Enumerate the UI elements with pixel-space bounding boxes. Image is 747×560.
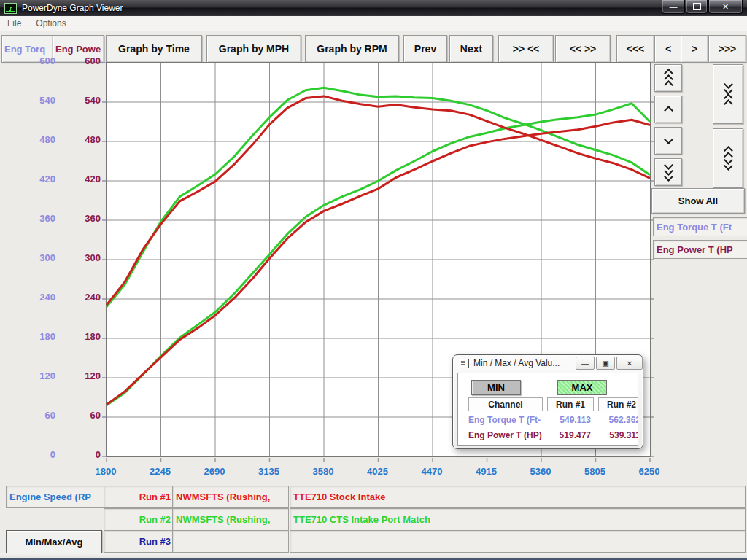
next-button[interactable]: Next [449, 35, 493, 63]
chevrons-inward-icon [725, 83, 732, 105]
ytick-torque: 360 [25, 213, 55, 224]
ytick-torque: 60 [25, 410, 55, 421]
run-description-box: TTE710 Stock Intake [290, 486, 746, 508]
run-file-box [172, 530, 289, 553]
maximize-button[interactable] [686, 0, 708, 14]
xtick-rpm: 3580 [301, 466, 345, 477]
minmax-col-channel: Channel [468, 397, 543, 411]
chevrons-outward-button[interactable] [713, 128, 743, 188]
ytick-torque: 240 [25, 292, 55, 303]
run-label-box: Run #1 [104, 486, 175, 508]
channel-box-power[interactable]: Eng Power T (HP [653, 240, 747, 259]
run-description-box: TTE710 CTS Intake Port Match [290, 508, 746, 531]
ytick-torque: 540 [25, 95, 55, 106]
maximize-icon [693, 3, 701, 10]
xtick-rpm: 6250 [627, 466, 671, 477]
minmax-maximize-button[interactable]: ▣ [596, 357, 615, 370]
minmax-row-channel: Eng Torque T (Ft- [468, 415, 546, 427]
xtick-rpm: 5360 [519, 466, 562, 477]
triple-chevron-up-button[interactable] [654, 64, 682, 92]
minmax-avg-button[interactable]: Min/Max/Avg [6, 530, 102, 554]
minmax-row-channel: Eng Power T (HP) [468, 430, 546, 442]
chevrons-outward-icon [725, 147, 732, 169]
chevron-up-button[interactable] [654, 96, 682, 123]
x-axis-channel-box: Engine Speed (RP [6, 486, 106, 508]
minmax-col-run1: Run #1 [547, 397, 594, 411]
xtick-rpm: 4025 [356, 466, 400, 477]
menu-bar: File Options [0, 16, 747, 31]
xtick-rpm: 2245 [139, 466, 182, 477]
step-right-button[interactable]: > [681, 35, 708, 63]
show-all-button[interactable]: Show All [651, 188, 745, 214]
min-button[interactable]: MIN [471, 380, 521, 395]
minmax-window-icon [460, 359, 469, 368]
ytick-power: 360 [70, 213, 101, 224]
menu-options[interactable]: Options [28, 17, 73, 30]
minmax-avg-window[interactable]: Min / Max / Avg Valu... — ▣ ✕ MIN MAX Ch… [452, 354, 643, 449]
xtick-rpm: 1800 [84, 466, 128, 477]
xtick-rpm: 4915 [465, 466, 508, 477]
minmax-row-run1-value: 519.477 [547, 430, 591, 442]
minimize-button[interactable]: — [662, 0, 685, 14]
ytick-power: 180 [70, 331, 101, 342]
close-button[interactable]: ✕ [708, 0, 743, 14]
pan-inward-button[interactable]: >> << [498, 35, 554, 63]
xtick-rpm: 2690 [193, 466, 236, 477]
ytick-power: 240 [70, 292, 101, 303]
ytick-power: 120 [70, 370, 101, 381]
ytick-power: 60 [70, 410, 101, 421]
powerdyne-window: { "window": { "title": "PowerDyne Graph … [0, 0, 747, 560]
chevron-down-icon [665, 139, 672, 143]
first-button[interactable]: <<< [616, 35, 654, 63]
graph-by-mph-button[interactable]: Graph by MPH [206, 35, 301, 63]
chevron-down-button[interactable] [654, 127, 682, 155]
ytick-torque: 420 [25, 174, 55, 184]
ytick-power: 480 [70, 134, 101, 145]
ytick-power: 540 [70, 95, 101, 106]
ytick-torque: 180 [25, 331, 55, 342]
minmax-row-run2-value: 562.362 [598, 415, 638, 427]
run-label-box: Run #3 [104, 530, 175, 553]
menu-file[interactable]: File [0, 17, 28, 30]
minmax-col-run2: Run #2 [598, 397, 638, 411]
run-file-box: NWMSFTS (Rushing, [172, 486, 289, 508]
window-title: PowerDyne Graph Viewer [22, 3, 123, 13]
minmax-window-title: Min / Max / Avg Valu... [473, 358, 574, 368]
max-button[interactable]: MAX [557, 380, 607, 395]
minmax-body: MIN MAX Channel Run #1 Run #2 Eng Torque… [457, 373, 638, 446]
xtick-rpm: 3135 [247, 466, 291, 477]
pan-outward-button[interactable]: << >> [555, 35, 611, 63]
xtick-rpm: 5805 [573, 466, 617, 477]
triple-chevron-down-icon [665, 164, 672, 180]
app-icon [4, 3, 17, 14]
channel-box-torque[interactable]: Eng Torque T (Ft [653, 217, 747, 236]
prev-button[interactable]: Prev [403, 35, 447, 63]
ytick-torque: 300 [25, 252, 55, 263]
chevron-up-icon [665, 107, 672, 112]
window-bottom-border [0, 553, 747, 560]
last-button[interactable]: >>> [708, 35, 746, 63]
run-label-box: Run #2 [104, 508, 175, 531]
chevrons-inward-button[interactable] [713, 64, 743, 124]
step-left-button[interactable]: < [654, 35, 682, 63]
title-bar: PowerDyne Graph Viewer — ✕ [0, 0, 747, 17]
ytick-torque: 120 [25, 370, 55, 381]
triple-chevron-down-button[interactable] [654, 158, 682, 186]
minmax-row-run2-value: 539.311 [598, 430, 638, 442]
ytick-torque: 600 [25, 55, 55, 66]
graph-by-rpm-button[interactable]: Graph by RPM [305, 35, 399, 63]
ytick-power: 300 [70, 252, 101, 263]
run-file-box: NWMSFTS (Rushing, [172, 508, 289, 531]
minmax-close-button[interactable]: ✕ [616, 357, 643, 370]
graph-by-time-button[interactable]: Graph by Time [106, 35, 202, 63]
triple-chevron-up-icon [665, 70, 672, 86]
ytick-power: 420 [70, 174, 101, 184]
minmax-minimize-button[interactable]: — [576, 357, 595, 370]
minmax-row-run1-value: 549.113 [547, 415, 591, 427]
ytick-torque: 480 [25, 134, 55, 145]
ytick-power: 0 [70, 449, 101, 460]
run-description-box [290, 530, 746, 553]
ytick-power: 600 [70, 55, 101, 66]
minmax-title-bar[interactable]: Min / Max / Avg Valu... — ▣ ✕ [453, 355, 643, 371]
ytick-torque: 0 [25, 449, 55, 460]
